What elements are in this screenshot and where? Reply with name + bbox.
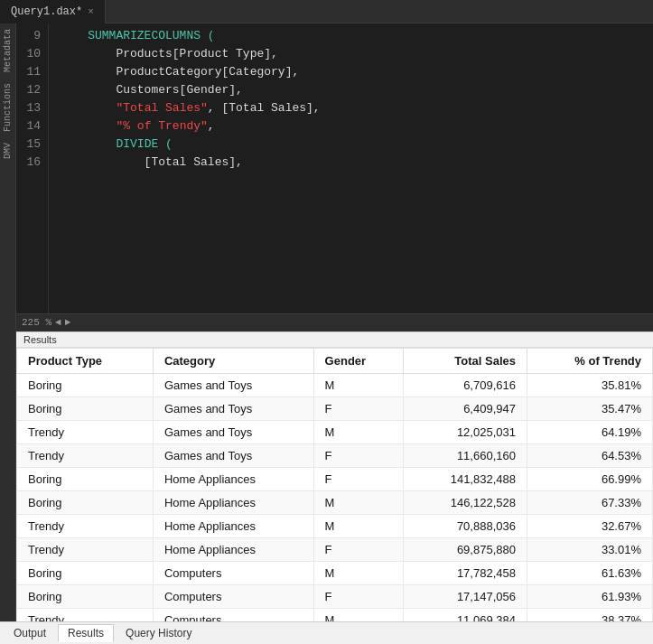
cell-total-sales: 141,832,488 <box>403 467 527 490</box>
table-row: Trendy Games and Toys M 12,025,031 64.19… <box>17 420 653 443</box>
cell-gender: F <box>313 397 403 420</box>
tab-label: Query1.dax* <box>11 5 82 18</box>
scroll-right-icon[interactable]: ► <box>65 317 71 328</box>
cell-pct-trendy: 61.63% <box>527 561 652 584</box>
code-lines[interactable]: SUMMARIZECOLUMNS ( Products[Product Type… <box>49 23 653 313</box>
cell-product-type: Boring <box>17 490 154 514</box>
col-header-pct-trendy[interactable]: % of Trendy <box>527 348 652 373</box>
zoom-level: 225 % <box>22 317 51 328</box>
cell-product-type: Boring <box>17 584 154 608</box>
table-row: Trendy Home Appliances M 70,888,036 32.6… <box>17 514 653 537</box>
side-panel-labels: Metadata Functions DMV <box>0 23 16 621</box>
cell-gender: M <box>313 373 403 397</box>
cell-gender: M <box>313 490 403 514</box>
tab-query-history[interactable]: Query History <box>116 624 201 642</box>
cell-product-type: Boring <box>17 397 154 420</box>
cell-category: Computers <box>153 608 313 621</box>
side-label-metadata[interactable]: Metadata <box>3 23 13 78</box>
table-row: Trendy Home Appliances F 69,875,880 33.0… <box>17 537 653 561</box>
cell-total-sales: 11,069,384 <box>403 608 527 621</box>
cell-product-type: Trendy <box>17 443 154 467</box>
table-row: Boring Computers M 17,782,458 61.63% <box>17 561 653 584</box>
tab-output[interactable]: Output <box>4 624 56 642</box>
table-row: Trendy Computers M 11,069,384 38.37% <box>17 608 653 621</box>
tab-results[interactable]: Results <box>58 624 114 642</box>
cell-total-sales: 6,409,947 <box>403 397 527 420</box>
cell-pct-trendy: 38.37% <box>527 608 652 621</box>
cell-category: Home Appliances <box>153 490 313 514</box>
results-table-container[interactable]: Product Type Category Gender Total Sales… <box>16 348 653 622</box>
cell-pct-trendy: 61.93% <box>527 584 652 608</box>
cell-category: Games and Toys <box>153 373 313 397</box>
cell-total-sales: 146,122,528 <box>403 490 527 514</box>
code-editor: 9 10 11 12 13 14 15 16 SUMMARIZECOLUMNS … <box>16 23 653 313</box>
cell-total-sales: 17,147,056 <box>403 584 527 608</box>
cell-pct-trendy: 35.81% <box>527 373 652 397</box>
table-row: Boring Home Appliances F 141,832,488 66.… <box>17 467 653 490</box>
cell-gender: F <box>313 537 403 561</box>
table-row: Boring Games and Toys F 6,409,947 35.47% <box>17 397 653 420</box>
cell-total-sales: 11,660,160 <box>403 443 527 467</box>
tab-close-icon[interactable]: × <box>88 6 94 17</box>
cell-gender: F <box>313 443 403 467</box>
cell-category: Home Appliances <box>153 514 313 537</box>
results-panel: Results Product Type Category Gender Tot… <box>16 331 653 622</box>
results-header: Results <box>16 332 653 348</box>
cell-total-sales: 6,709,616 <box>403 373 527 397</box>
table-row: Boring Computers F 17,147,056 61.93% <box>17 584 653 608</box>
cell-total-sales: 70,888,036 <box>403 514 527 537</box>
cell-pct-trendy: 64.19% <box>527 420 652 443</box>
side-label-dmv[interactable]: DMV <box>3 137 13 164</box>
bottom-tab-bar: Output Results Query History <box>0 621 653 644</box>
results-table: Product Type Category Gender Total Sales… <box>16 348 653 622</box>
cell-category: Games and Toys <box>153 397 313 420</box>
cell-category: Games and Toys <box>153 443 313 467</box>
cell-gender: M <box>313 608 403 621</box>
col-header-total-sales[interactable]: Total Sales <box>403 348 527 373</box>
cell-total-sales: 12,025,031 <box>403 420 527 443</box>
table-row: Boring Home Appliances M 146,122,528 67.… <box>17 490 653 514</box>
scroll-left-icon[interactable]: ◄ <box>55 317 61 328</box>
cell-pct-trendy: 66.99% <box>527 467 652 490</box>
zoom-bar: 225 % ◄ ► <box>16 313 653 331</box>
side-label-functions[interactable]: Functions <box>3 78 13 137</box>
cell-product-type: Boring <box>17 561 154 584</box>
cell-product-type: Boring <box>17 467 154 490</box>
cell-category: Home Appliances <box>153 467 313 490</box>
cell-pct-trendy: 35.47% <box>527 397 652 420</box>
query-tab[interactable]: Query1.dax* × <box>0 0 106 23</box>
cell-gender: M <box>313 420 403 443</box>
cell-product-type: Trendy <box>17 514 154 537</box>
cell-product-type: Trendy <box>17 420 154 443</box>
line-numbers: 9 10 11 12 13 14 15 16 <box>16 23 49 313</box>
col-header-gender[interactable]: Gender <box>313 348 403 373</box>
table-row: Trendy Games and Toys F 11,660,160 64.53… <box>17 443 653 467</box>
table-header-row: Product Type Category Gender Total Sales… <box>17 348 653 373</box>
cell-gender: M <box>313 514 403 537</box>
cell-total-sales: 17,782,458 <box>403 561 527 584</box>
cell-pct-trendy: 33.01% <box>527 537 652 561</box>
col-header-product-type[interactable]: Product Type <box>17 348 154 373</box>
cell-pct-trendy: 67.33% <box>527 490 652 514</box>
cell-product-type: Boring <box>17 373 154 397</box>
cell-category: Home Appliances <box>153 537 313 561</box>
cell-pct-trendy: 64.53% <box>527 443 652 467</box>
cell-category: Computers <box>153 561 313 584</box>
cell-total-sales: 69,875,880 <box>403 537 527 561</box>
cell-category: Games and Toys <box>153 420 313 443</box>
tab-bar: Query1.dax* × <box>0 0 653 23</box>
cell-product-type: Trendy <box>17 608 154 621</box>
col-header-category[interactable]: Category <box>153 348 313 373</box>
cell-category: Computers <box>153 584 313 608</box>
cell-gender: F <box>313 584 403 608</box>
cell-gender: F <box>313 467 403 490</box>
table-row: Boring Games and Toys M 6,709,616 35.81% <box>17 373 653 397</box>
cell-product-type: Trendy <box>17 537 154 561</box>
cell-pct-trendy: 32.67% <box>527 514 652 537</box>
results-header-label: Results <box>23 334 57 345</box>
cell-gender: M <box>313 561 403 584</box>
